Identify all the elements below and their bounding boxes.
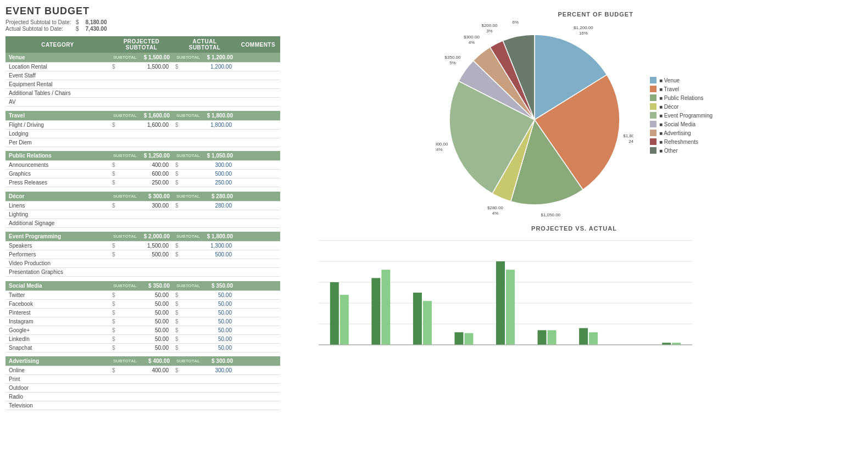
act-dollar: $ bbox=[173, 343, 203, 352]
section-comment bbox=[236, 192, 280, 201]
proj-value: 50.00 bbox=[140, 308, 173, 317]
item-name: LinkedIn bbox=[5, 334, 110, 343]
subtotal-label-act: SUBTOTAL bbox=[173, 111, 203, 121]
proj-dollar bbox=[110, 71, 140, 80]
item-comment bbox=[236, 334, 280, 343]
proj-value: 300.00 bbox=[140, 201, 173, 210]
item-name: Linens bbox=[5, 201, 110, 210]
legend-label: ■ Public Relations bbox=[659, 95, 704, 101]
legend-label: ■ Venue bbox=[659, 77, 680, 83]
item-comment bbox=[236, 80, 280, 89]
act-value bbox=[203, 210, 236, 219]
legend-color bbox=[650, 138, 656, 145]
item-comment bbox=[236, 89, 280, 98]
act-value: 50.00 bbox=[203, 334, 236, 343]
page: EVENT BUDGET Projected Subtotal to Date:… bbox=[0, 0, 868, 459]
legend-item: ■ Venue bbox=[650, 77, 713, 83]
item-comment bbox=[236, 219, 280, 227]
subtotal-label-proj: SUBTOTAL bbox=[110, 111, 140, 121]
item-comment bbox=[236, 178, 280, 187]
proj-dollar: $ bbox=[110, 63, 140, 71]
bar-projected-8 bbox=[662, 343, 671, 345]
table-row: Flight / Driving $ 1,600.00 $ 1,800.00 bbox=[5, 120, 280, 129]
act-dollar: $ bbox=[173, 250, 203, 259]
section-name: Advertising bbox=[5, 356, 110, 366]
section-comment bbox=[236, 281, 280, 291]
act-value bbox=[203, 89, 236, 98]
item-comment bbox=[236, 63, 280, 71]
act-value bbox=[203, 219, 236, 227]
proj-value bbox=[140, 268, 173, 277]
item-comment bbox=[236, 259, 280, 268]
act-dollar: $ bbox=[173, 308, 203, 317]
act-dollar bbox=[173, 259, 203, 268]
legend-item: ■ Refreshments bbox=[650, 138, 713, 145]
act-value bbox=[203, 129, 236, 138]
table-row: Graphics $ 600.00 $ 500.00 bbox=[5, 170, 280, 178]
item-comment bbox=[236, 290, 280, 299]
act-value: 50.00 bbox=[203, 308, 236, 317]
item-name: Lighting bbox=[5, 210, 110, 219]
proj-value bbox=[140, 89, 173, 98]
act-dollar bbox=[173, 401, 203, 410]
bar-projected-1 bbox=[371, 278, 380, 345]
proj-value bbox=[140, 210, 173, 219]
proj-dollar: $ bbox=[110, 170, 140, 178]
subtotal-value-act: $ 280.00 bbox=[203, 192, 236, 201]
proj-value: 250.00 bbox=[140, 178, 173, 187]
act-value: 250.00 bbox=[203, 178, 236, 187]
subtotal-value-proj: $ 1,600.00 bbox=[140, 111, 173, 121]
section-name: Travel bbox=[5, 111, 110, 121]
subtotal-label-proj: SUBTOTAL bbox=[110, 192, 140, 201]
act-value: 1,200.00 bbox=[203, 63, 236, 71]
proj-value bbox=[140, 393, 173, 401]
item-comment bbox=[236, 343, 280, 352]
act-dollar bbox=[173, 393, 203, 401]
item-name: Press Releases bbox=[5, 178, 110, 187]
act-value bbox=[203, 71, 236, 80]
proj-dollar bbox=[110, 375, 140, 384]
bar-title: PROJECTED vs. ACTUAL bbox=[291, 225, 857, 232]
item-comment bbox=[236, 98, 280, 107]
table-row: Lighting bbox=[5, 210, 280, 219]
section-name: Public Relations bbox=[5, 151, 110, 161]
pie-label-public-relations: $1,050.0014% bbox=[541, 212, 560, 219]
proj-value: 50.00 bbox=[140, 299, 173, 308]
table-row: Facebook $ 50.00 $ 50.00 bbox=[5, 299, 280, 308]
proj-dollar: $ bbox=[110, 326, 140, 334]
pie-label-venue: $1,200.0016% bbox=[574, 25, 593, 36]
act-dollar bbox=[173, 210, 203, 219]
act-dollar bbox=[173, 384, 203, 393]
proj-value: 1,600.00 bbox=[140, 120, 173, 129]
item-name: Television bbox=[5, 401, 110, 410]
proj-dollar: $ bbox=[110, 308, 140, 317]
legend-label: ■ Social Media bbox=[659, 121, 695, 127]
bar-projected-2 bbox=[413, 293, 422, 345]
item-name: Per Diem bbox=[5, 138, 110, 147]
proj-dollar: $ bbox=[110, 161, 140, 170]
legend-color bbox=[650, 103, 656, 110]
bar-actual-0 bbox=[340, 295, 349, 345]
act-dollar bbox=[173, 98, 203, 107]
section-header-public-relations: Public Relations SUBTOTAL $ 1,250.00 SUB… bbox=[5, 151, 280, 161]
bar-actual-2 bbox=[423, 301, 432, 345]
bar-chart: $0$500$1,000$1,500$2,000$2,500 bbox=[319, 235, 703, 356]
table-row: Press Releases $ 250.00 $ 250.00 bbox=[5, 178, 280, 187]
proj-value: 1,500.00 bbox=[140, 242, 173, 250]
subtotal-value-proj: $ 1,250.00 bbox=[140, 151, 173, 161]
proj-value bbox=[140, 219, 173, 227]
table-row: Twitter $ 50.00 $ 50.00 bbox=[5, 290, 280, 299]
subtotal-value-proj: $ 300.00 bbox=[140, 192, 173, 201]
act-value: 50.00 bbox=[203, 290, 236, 299]
legend-item: ■ Advertising bbox=[650, 130, 713, 136]
legend-label: ■ Event Programming bbox=[659, 113, 713, 119]
legend-label: ■ Refreshments bbox=[659, 139, 698, 145]
proj-dollar bbox=[110, 384, 140, 393]
legend-item: ■ Public Relations bbox=[650, 94, 713, 101]
proj-dollar bbox=[110, 210, 140, 219]
section-comment bbox=[236, 232, 280, 242]
proj-value bbox=[140, 71, 173, 80]
item-name: Presentation Graphics bbox=[5, 268, 110, 277]
legend-color bbox=[650, 77, 656, 83]
pie-label-refreshments: $200.003% bbox=[481, 23, 497, 33]
